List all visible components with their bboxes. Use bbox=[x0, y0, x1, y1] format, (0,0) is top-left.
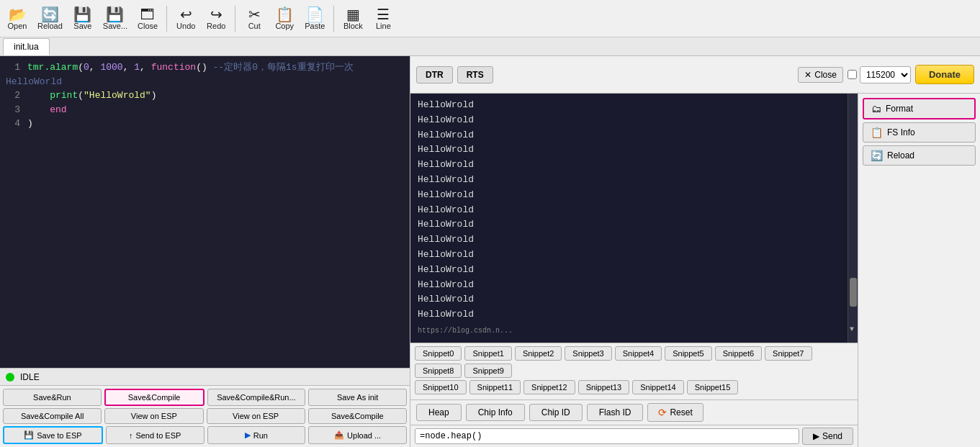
serial-and-sidebar: HelloWroldHelloWroldHelloWroldHelloWrold… bbox=[410, 94, 980, 447]
reset-icon: ⟳ bbox=[658, 407, 667, 418]
chip-id-button[interactable]: Chip ID bbox=[529, 404, 583, 421]
snippet-btn-9[interactable]: Snippet9 bbox=[464, 364, 511, 378]
undo-button[interactable]: ↩ Undo bbox=[173, 6, 199, 32]
snippet-btn-4[interactable]: Snippet4 bbox=[615, 346, 662, 361]
snippet-btn-11[interactable]: Snippet11 bbox=[469, 380, 521, 394]
serial-output-line: HelloWrold bbox=[418, 128, 850, 143]
serial-output-line: HelloWrold bbox=[418, 143, 850, 158]
redo-icon: ↪ bbox=[210, 7, 222, 22]
format-button[interactable]: 🗂 Format bbox=[863, 98, 976, 119]
view-on-esp-2-button[interactable]: View on ESP bbox=[207, 408, 305, 424]
snippet-btn-2[interactable]: Snippet2 bbox=[515, 346, 562, 361]
eol-checkbox[interactable] bbox=[848, 70, 857, 79]
reload-button[interactable]: 🔄 Reload bbox=[35, 6, 66, 32]
block-icon: ▦ bbox=[346, 7, 360, 22]
snippet-btn-1[interactable]: Snippet1 bbox=[464, 346, 511, 361]
toolbar-separator-3 bbox=[333, 6, 334, 32]
tab-init-lua[interactable]: init.lua bbox=[3, 38, 50, 55]
heap-button[interactable]: Heap bbox=[416, 404, 462, 421]
snippet-btn-12[interactable]: Snippet12 bbox=[523, 380, 575, 394]
snippet-row-1: Snippet0Snippet1Snippet2Snippet3Snippet4… bbox=[415, 346, 853, 378]
reload-sidebar-button[interactable]: 🔄 Reload bbox=[863, 145, 976, 166]
serial-input-field[interactable] bbox=[415, 428, 799, 444]
paste-button[interactable]: 📄 Paste bbox=[302, 6, 328, 32]
chip-info-button[interactable]: Chip Info bbox=[466, 404, 525, 421]
status-bar: IDLE bbox=[0, 368, 410, 385]
serial-output-line: HelloWrold bbox=[418, 188, 850, 203]
flash-id-button[interactable]: Flash ID bbox=[587, 404, 644, 421]
serial-output-line: HelloWrold bbox=[418, 292, 850, 307]
snippet-btn-5[interactable]: Snippet5 bbox=[665, 346, 711, 361]
run-button[interactable]: ▶ Run bbox=[207, 426, 306, 444]
snippet-btn-14[interactable]: Snippet14 bbox=[632, 380, 684, 394]
open-button[interactable]: 📂 Open bbox=[4, 6, 30, 32]
editor-actions: Save&Run Save&Compile Save&Compile&Run..… bbox=[0, 385, 410, 447]
upload-icon: 📤 bbox=[334, 430, 344, 440]
serial-scrollbar[interactable]: ▼ bbox=[848, 94, 858, 343]
cut-button[interactable]: ✂ Cut bbox=[241, 6, 267, 32]
right-panel: DTR RTS ✕ Close 115200 Donate HelloWr bbox=[410, 56, 980, 447]
fs-info-icon: 📋 bbox=[871, 127, 883, 138]
code-line-3: 3 end bbox=[6, 103, 404, 117]
baud-area: 115200 bbox=[848, 66, 911, 83]
save-run-button[interactable]: Save&Run bbox=[3, 389, 102, 406]
snippet-btn-3[interactable]: Snippet3 bbox=[565, 346, 611, 361]
line-button[interactable]: ☰ Line bbox=[370, 6, 396, 32]
close-serial-button[interactable]: ✕ Close bbox=[798, 67, 843, 83]
serial-output-line: HelloWrold bbox=[418, 158, 850, 173]
snippet-btn-0[interactable]: Snippet0 bbox=[415, 346, 462, 361]
save-compile-button[interactable]: Save&Compile bbox=[104, 389, 204, 406]
send-button[interactable]: ▶ Send bbox=[802, 428, 853, 445]
tabs-bar: init.lua bbox=[0, 37, 980, 56]
send-icon: ▶ bbox=[813, 431, 819, 441]
copy-button[interactable]: 📋 Copy bbox=[271, 6, 297, 32]
toolbar-separator-2 bbox=[235, 6, 235, 32]
send-to-esp-button[interactable]: ↑ Send to ESP bbox=[106, 426, 204, 444]
serial-output-line: HelloWrold bbox=[418, 278, 850, 293]
serial-output-line: HelloWrold bbox=[418, 113, 850, 128]
serial-main: HelloWroldHelloWroldHelloWroldHelloWrold… bbox=[410, 94, 858, 447]
serial-output-line: HelloWrold bbox=[418, 217, 850, 232]
snippet-btn-8[interactable]: Snippet8 bbox=[415, 364, 462, 378]
save-to-esp-button[interactable]: 💾 Save to ESP bbox=[3, 426, 103, 444]
scrollbar-thumb[interactable] bbox=[850, 278, 857, 307]
snippet-btn-13[interactable]: Snippet13 bbox=[578, 380, 630, 394]
close-file-button[interactable]: 🗔 Close bbox=[135, 6, 161, 32]
serial-lines: HelloWroldHelloWroldHelloWroldHelloWrold… bbox=[418, 98, 850, 322]
save-button[interactable]: 💾 Save bbox=[70, 6, 96, 32]
donate-button[interactable]: Donate bbox=[915, 65, 974, 84]
save-compile-all-button[interactable]: Save&Compile All bbox=[3, 408, 102, 424]
baud-rate-select[interactable]: 115200 bbox=[860, 66, 911, 83]
save-as-button[interactable]: 💾 Save... bbox=[100, 6, 130, 32]
rts-button[interactable]: RTS bbox=[457, 66, 493, 83]
save-compile-run-button[interactable]: Save&Compile&Run... bbox=[207, 389, 306, 406]
snippet-btn-6[interactable]: Snippet6 bbox=[715, 346, 762, 361]
action-row-1: Save&Run Save&Compile Save&Compile&Run..… bbox=[3, 389, 407, 406]
snippet-btn-7[interactable]: Snippet7 bbox=[765, 346, 812, 361]
snippet-btn-15[interactable]: Snippet15 bbox=[687, 380, 739, 394]
status-text: IDLE bbox=[20, 372, 40, 382]
serial-output-line: HelloWrold bbox=[418, 263, 850, 278]
save-compile-2-button[interactable]: Save&Compile bbox=[308, 408, 407, 424]
reload-icon: 🔄 bbox=[41, 7, 59, 22]
code-editor[interactable]: 1tmr.alarm(0, 1000, 1, function() --定时器0… bbox=[0, 56, 410, 368]
dtr-button[interactable]: DTR bbox=[416, 66, 453, 83]
block-button[interactable]: ▦ Block bbox=[340, 6, 366, 32]
fs-info-button[interactable]: 📋 FS Info bbox=[863, 122, 976, 143]
serial-output[interactable]: HelloWroldHelloWroldHelloWroldHelloWrold… bbox=[410, 94, 858, 343]
close-serial-icon: ✕ bbox=[804, 70, 812, 80]
redo-button[interactable]: ↪ Redo bbox=[203, 6, 229, 32]
view-on-esp-1-button[interactable]: View on ESP bbox=[104, 408, 203, 424]
action-row-2: Save&Compile All View on ESP View on ESP… bbox=[3, 408, 407, 424]
save-as-init-button[interactable]: Save As init bbox=[308, 389, 407, 406]
undo-icon: ↩ bbox=[180, 7, 192, 22]
reload-sidebar-icon: 🔄 bbox=[871, 150, 883, 161]
snippet-row-2: Snippet10Snippet11Snippet12Snippet13Snip… bbox=[415, 380, 853, 394]
snippet-btn-10[interactable]: Snippet10 bbox=[415, 380, 467, 394]
save-as-icon: 💾 bbox=[106, 7, 124, 22]
save-to-esp-icon: 💾 bbox=[24, 430, 34, 440]
run-icon: ▶ bbox=[245, 430, 251, 440]
upload-button[interactable]: 📤 Upload ... bbox=[308, 426, 407, 444]
reset-button[interactable]: ⟳ Reset bbox=[647, 403, 703, 422]
serial-output-line: HelloWrold bbox=[418, 173, 850, 188]
